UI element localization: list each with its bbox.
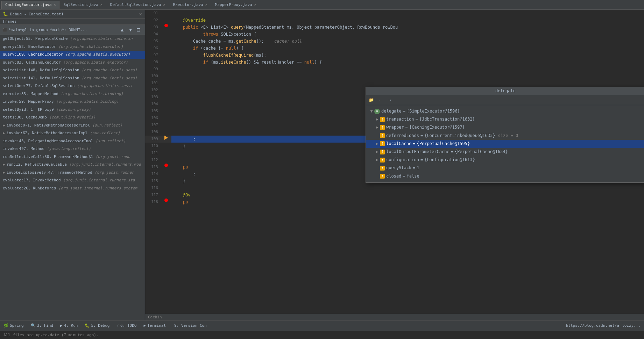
field-icon: f (380, 158, 385, 163)
expand-icon[interactable]: ▶ (374, 149, 380, 155)
frames-toolbar: Frames (0, 19, 145, 25)
tab-executor[interactable]: Executor.java × (169, 1, 211, 9)
code-line-93: 93 public <E> List<E> query(MappedStatem… (145, 24, 644, 31)
thread-up-btn[interactable]: ▲ (118, 26, 126, 33)
thread-nav-buttons: ▲ ▼ ⊟ (118, 26, 142, 33)
stack-list: getObject:55, PerpetualCache (org.apache… (0, 35, 145, 320)
stack-frame-item[interactable]: runReflectiveCall:50, FrameworkMethod$1 … (0, 153, 145, 161)
field-icon: f (380, 141, 385, 146)
tree-item-closed[interactable]: f closed = false (366, 172, 644, 180)
thread-selector[interactable]: ⬛ *main*@1 in group *main*: RUNNI... ▲ ▼… (0, 25, 145, 35)
status-spring[interactable]: 🌿 Spring (3, 323, 24, 328)
tree-item-deferred-loads[interactable]: f deferredLoads = {ConcurrentLinkedQueue… (366, 132, 644, 140)
tree-item-local-output-cache[interactable]: ▶ f localOutputParameterCache = {Perpetu… (366, 148, 644, 156)
thread-filter-btn[interactable]: ⊟ (135, 26, 142, 33)
stack-frame-item[interactable]: ▶run:12, ReflectiveCallable (org.junit.i… (0, 161, 145, 169)
stack-frame-item[interactable]: selectOne:77, DefaultSqlSession (org.apa… (0, 82, 145, 90)
code-line: 95 Cache cache = ms.getCache(); cache: n… (145, 38, 644, 45)
code-line: 97 flushCacheIfRequired(ms); (145, 52, 644, 59)
expand-icon[interactable]: ▶ (374, 116, 380, 123)
status-version-control[interactable]: 9: Version Con (173, 323, 207, 328)
close-tab-icon[interactable]: × (163, 3, 165, 7)
tree-item-local-cache[interactable]: ▶ f localCache = {PerpetualCache@1595} (366, 140, 644, 148)
main-area: 🐛 Debug - CacheDemo.test1 × Frames ⬛ *ma… (0, 10, 644, 320)
popup-folder-icon[interactable]: 📁 (369, 98, 374, 102)
stack-frame-item[interactable]: evaluate:17, InvokeMethod (org.junit.int… (0, 176, 145, 185)
code-line: 117 @Ov (145, 192, 644, 199)
expand-icon[interactable]: ▼ (369, 108, 374, 115)
code-line: 100 (145, 73, 644, 80)
debug-status-icon: 🐛 (85, 323, 90, 328)
thread-label: *main*@1 in group *main*: RUNNI... (8, 28, 117, 32)
close-debug-btn[interactable]: × (139, 11, 142, 17)
popup-nav-arrows: ← → (377, 96, 394, 103)
breakpoint-icon (164, 24, 168, 27)
field-icon: f (380, 150, 385, 154)
spring-icon: 🌿 (3, 323, 8, 328)
delegate-popup: delegate 📁 ← → ▼ ∞ delegate = (366, 87, 644, 183)
tab-caching-executor[interactable]: CachingExecutor.java × (1, 1, 59, 9)
expand-icon[interactable]: ▶ (374, 157, 380, 163)
code-line: 92 @Override (145, 17, 644, 24)
thread-down-btn[interactable]: ▼ (127, 26, 134, 33)
stack-frame-item[interactable]: invoke:59, MapperProxy (org.apache.ibati… (0, 98, 145, 106)
close-tab-icon[interactable]: × (254, 3, 256, 7)
stack-frame-item[interactable]: invoke:497, Method (java.lang.reflect) (0, 145, 145, 153)
tree-item-query-stack[interactable]: f queryStack = 1 (366, 164, 644, 172)
terminal-icon: ▶ (143, 323, 146, 328)
stack-frame-item[interactable]: selectList:141, DefaultSqlSession (org.a… (0, 74, 145, 82)
todo-icon: ✓ (116, 323, 119, 328)
stack-frame-item[interactable]: execute:83, MapperMethod (org.apache.iba… (0, 90, 145, 98)
thread-run-icon: ⬛ (3, 28, 7, 32)
popup-content: ▼ ∞ delegate = {SimpleExecutor@1596} ▶ f… (366, 105, 644, 182)
tree-item-transaction[interactable]: ▶ f transaction = {JdbcTransaction@1632} (366, 115, 644, 123)
code-line: 99 (145, 66, 644, 73)
left-panel: 🐛 Debug - CacheDemo.test1 × Frames ⬛ *ma… (0, 10, 145, 320)
close-tab-icon[interactable]: × (54, 3, 56, 7)
stack-frame-item[interactable]: selectByid:-1, $Proxy9 (com.sun.proxy) (0, 106, 145, 114)
popup-toolbar: 📁 ← → (366, 95, 644, 105)
field-icon: f (380, 174, 385, 179)
stack-frame-item-selected[interactable]: query:109, CachingExecutor (org.apache.i… (0, 51, 145, 59)
close-tab-icon[interactable]: × (100, 3, 102, 7)
status-debug[interactable]: 🐛 5: Debug (85, 323, 109, 328)
stack-frame-item[interactable]: query:83, CachingExecutor (org.apache.ib… (0, 59, 145, 67)
stack-frame-item[interactable]: evaluate:26, RunBefores (org.junit.inter… (0, 185, 145, 193)
stack-frame-item[interactable]: ▶invoke:0-1, NativeMethodAccessorImpl (s… (0, 122, 145, 130)
status-right: https://blog.csdn.net/a lozzy... (566, 323, 641, 328)
code-line: 98 if (ms.isUseCache() && resultHandler … (145, 59, 644, 66)
popup-back-btn[interactable]: ← (377, 96, 384, 103)
stack-frame-item[interactable]: invoke:43, DelegatingMethodAccessorImpl … (0, 137, 145, 145)
tab-sql-session[interactable]: SqlSession.java × (59, 1, 106, 9)
breakpoint-icon (164, 164, 168, 167)
debug-title: Debug - CacheDemo.test1 (10, 12, 63, 16)
tab-mapper-proxy[interactable]: MapperProxy.java × (211, 1, 260, 9)
stack-frame-item[interactable]: ▶invokeExplosively:47, FrameworkMethod (… (0, 169, 145, 177)
tree-item-delegate-root[interactable]: ▼ ∞ delegate = {SimpleExecutor@1596} (366, 107, 644, 115)
run-icon: ▶ (60, 323, 63, 328)
code-line: 116 (145, 185, 644, 192)
popup-forward-btn[interactable]: → (386, 96, 394, 103)
stack-frame-item[interactable]: query:152, BaseExecutor (org.apache.ibat… (0, 43, 145, 51)
status-todo[interactable]: ✓ 6: TODO (116, 323, 136, 328)
stack-frame-item[interactable]: selectList:148, DefaultSqlSession (org.a… (0, 66, 145, 74)
stack-frame-item[interactable]: getObject:55, PerpetualCache (org.apache… (0, 35, 145, 43)
status-find[interactable]: 🔍 3: Find (31, 323, 53, 328)
popup-title-bar: delegate (366, 87, 644, 95)
tree-item-configuration[interactable]: ▶ f configuration = {Configuration@1613} (366, 156, 644, 164)
code-area[interactable]: 91 92 @Override 93 public <E> List<E> qu… (145, 10, 644, 320)
close-tab-icon[interactable]: × (205, 3, 207, 7)
frames-label: Frames (3, 19, 17, 24)
tab-bar: CachingExecutor.java × SqlSession.java ×… (0, 0, 644, 10)
expand-icon[interactable]: ▶ (374, 124, 380, 131)
tree-item-wrapper[interactable]: ▶ f wrapper = {CachingExecutor@1597} (366, 123, 644, 131)
expand-icon[interactable]: ▶ (374, 140, 380, 147)
code-line-118: 118 pu (145, 199, 644, 205)
file-label: Cachin (145, 314, 644, 320)
status-terminal[interactable]: ▶ Terminal (143, 323, 166, 328)
tab-default-sql-session[interactable]: DefaultSqlSession.java × (106, 1, 169, 9)
field-icon: f (380, 166, 385, 171)
stack-frame-item[interactable]: ▶invoke:62, NativeMethodAccessorImpl (su… (0, 129, 145, 137)
stack-frame-item[interactable]: test1:30, CacheDemo (com.tuling.mybatis) (0, 114, 145, 122)
status-run[interactable]: ▶ 4: Run (60, 323, 78, 328)
